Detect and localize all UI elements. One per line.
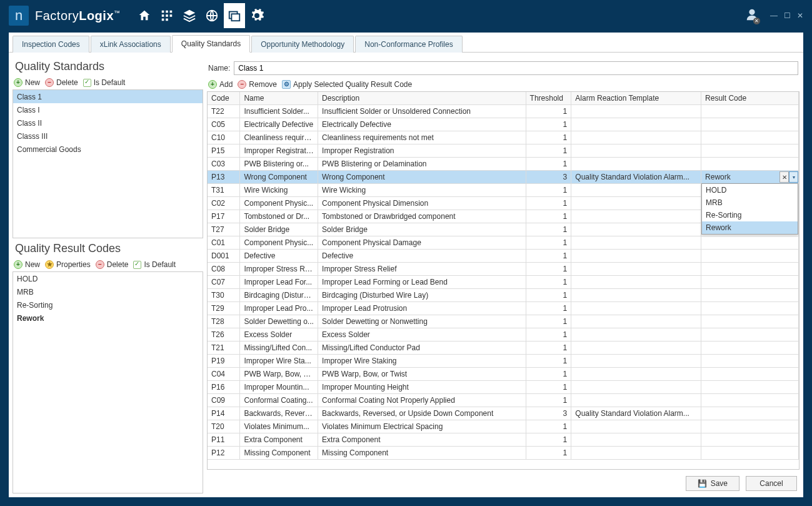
cell[interactable]: Cleanliness require... [240, 131, 318, 144]
tab-inspection-codes[interactable]: Inspection Codes [13, 36, 89, 53]
cell[interactable]: 1 [526, 394, 571, 407]
close-button[interactable]: ✕ [797, 11, 803, 20]
column-header[interactable]: Result Code [701, 92, 799, 105]
cell[interactable] [701, 263, 799, 276]
cell[interactable] [701, 289, 799, 302]
cell[interactable]: Wire Wicking [240, 184, 318, 197]
cell[interactable]: Wrong Component [318, 171, 526, 184]
cell[interactable] [701, 420, 799, 433]
remove-button[interactable]: –Remove [238, 80, 277, 89]
table-row[interactable]: P15Improper Registrati...Improper Regist… [208, 144, 799, 158]
cell[interactable]: C03 [208, 158, 240, 171]
cell[interactable]: 1 [526, 302, 571, 315]
cell[interactable]: Quality Standard Violation Alarm... [571, 407, 701, 420]
qs-delete-button[interactable]: –Delete [45, 78, 78, 87]
chevron-down-icon[interactable]: ▾ [789, 171, 798, 183]
cell[interactable] [571, 447, 701, 460]
cell[interactable]: 1 [526, 289, 571, 302]
cell[interactable]: 1 [526, 276, 571, 289]
cell[interactable]: Insufficient Solder or Unsoldered Connec… [318, 105, 526, 118]
cell[interactable]: P17 [208, 210, 240, 223]
cell[interactable] [571, 263, 701, 276]
cell[interactable]: Tombstoned or Drawbridged component [318, 210, 526, 223]
cell[interactable]: P14 [208, 407, 240, 420]
cell[interactable] [701, 302, 799, 315]
qrc-list[interactable]: HOLDMRBRe-SortingRework [13, 271, 203, 493]
cell[interactable]: Improper Mounting Height [318, 381, 526, 394]
cell[interactable] [571, 420, 701, 433]
cell[interactable] [701, 381, 799, 394]
maximize-button[interactable]: ☐ [784, 11, 791, 20]
cell[interactable]: Excess Solder [240, 328, 318, 342]
column-header[interactable]: Name [240, 92, 318, 105]
tab-xlink-associations[interactable]: xLink Associations [91, 36, 171, 53]
cell[interactable] [701, 433, 799, 447]
cell[interactable] [701, 105, 799, 118]
cell[interactable] [571, 328, 701, 342]
tab-non-conformance-profiles[interactable]: Non-Conformance Profiles [355, 36, 462, 53]
cell[interactable]: D001 [208, 250, 240, 263]
cell[interactable] [571, 302, 701, 315]
cell[interactable]: Solder Dewetting or Nonwetting [318, 315, 526, 328]
cell[interactable]: Cleanliness requirements not met [318, 131, 526, 144]
table-row[interactable]: C01Component Physic...Component Physical… [208, 236, 799, 250]
globe-icon[interactable] [201, 3, 223, 28]
cell[interactable] [701, 158, 799, 171]
cell[interactable]: T30 [208, 289, 240, 302]
table-row[interactable]: C04PWB Warp, Bow, or...PWB Warp, Bow, or… [208, 368, 799, 381]
cell[interactable]: Improper Lead For... [240, 276, 318, 289]
table-row[interactable]: T28Solder Dewetting o...Solder Dewetting… [208, 315, 799, 328]
name-input[interactable] [234, 61, 798, 75]
dropdown-option[interactable]: Rework [702, 221, 798, 234]
cell[interactable] [571, 368, 701, 381]
cell[interactable]: Birdcaging (Disturbed Wire Lay) [318, 289, 526, 302]
cell[interactable]: C05 [208, 118, 240, 131]
cell[interactable]: Tombstoned or Dr... [240, 210, 318, 223]
cell[interactable]: C02 [208, 197, 240, 210]
cell[interactable]: Defective [240, 250, 318, 263]
cell[interactable]: Violates Minimum... [240, 420, 318, 433]
cell[interactable] [571, 158, 701, 171]
cell[interactable]: 1 [526, 131, 571, 144]
list-item[interactable]: HOLD [13, 272, 203, 285]
cell[interactable]: Wire Wicking [318, 184, 526, 197]
cell[interactable] [701, 355, 799, 368]
qrc-properties-button[interactable]: ★Properties [45, 260, 91, 269]
cell[interactable]: Improper Lead Forming or Lead Bend [318, 276, 526, 289]
clear-icon[interactable]: ✕ [779, 171, 789, 183]
cell[interactable]: 1 [526, 105, 571, 118]
cell[interactable] [571, 394, 701, 407]
cell[interactable]: Missing Component [318, 447, 526, 460]
cell[interactable]: T29 [208, 302, 240, 315]
apply-button[interactable]: ⚙Apply Selected Quality Result Code [282, 80, 412, 89]
cell[interactable]: Backwards, Reversed, or Upside Down Comp… [318, 407, 526, 420]
cell[interactable]: 1 [526, 210, 571, 223]
cell[interactable] [701, 447, 799, 460]
table-row[interactable]: C07Improper Lead For...Improper Lead For… [208, 276, 799, 289]
table-row[interactable]: C03PWB Blistering or...PWB Blistering or… [208, 158, 799, 171]
cell[interactable]: Improper Stress Re... [240, 263, 318, 276]
cell[interactable] [571, 105, 701, 118]
window-icon[interactable] [224, 3, 245, 28]
cell[interactable] [701, 131, 799, 144]
table-row[interactable]: P14Backwards, Reverse...Backwards, Rever… [208, 407, 799, 420]
list-item[interactable]: Class II [13, 116, 203, 129]
dropdown-option[interactable]: MRB [702, 196, 798, 209]
cell[interactable]: Improper Mountin... [240, 381, 318, 394]
cell[interactable]: 1 [526, 197, 571, 210]
save-button[interactable]: 💾Save [686, 476, 739, 491]
tab-quality-standards[interactable]: Quality Standards [172, 35, 250, 53]
qrc-new-button[interactable]: +New [14, 260, 40, 269]
cell[interactable]: Solder Bridge [318, 223, 526, 236]
cell[interactable]: 1 [526, 184, 571, 197]
cell[interactable]: 1 [526, 158, 571, 171]
table-row[interactable]: P11Extra ComponentExtra Component1 [208, 433, 799, 447]
cell[interactable]: Missing Component [240, 447, 318, 460]
table-row[interactable]: C09Conformal Coating...Conformal Coating… [208, 394, 799, 407]
list-item[interactable]: Classs III [13, 129, 203, 143]
cell[interactable]: PWB Warp, Bow, or... [240, 368, 318, 381]
cell[interactable]: 1 [526, 236, 571, 250]
cell[interactable] [571, 315, 701, 328]
column-header[interactable]: Threshold [526, 92, 571, 105]
cell[interactable]: Component Physical Dimension [318, 197, 526, 210]
